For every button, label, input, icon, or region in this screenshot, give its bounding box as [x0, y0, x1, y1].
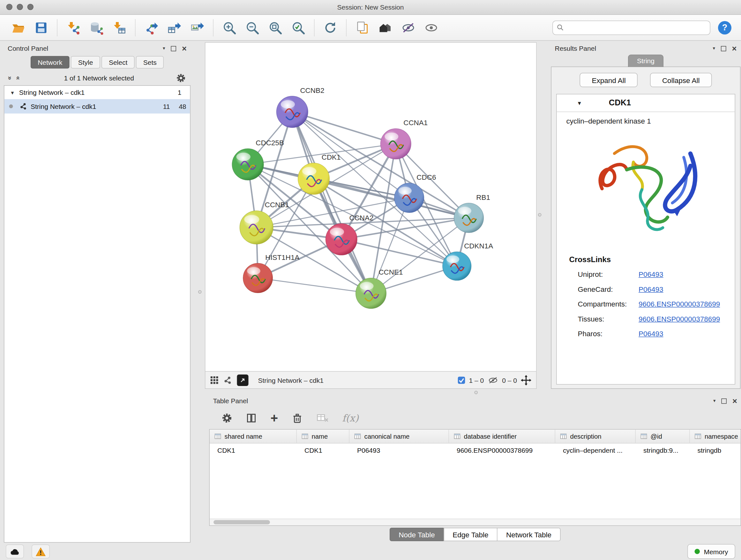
- column-header-database-identifier[interactable]: database identifier: [449, 430, 555, 443]
- network-edge[interactable]: [258, 278, 371, 294]
- close-panel-icon[interactable]: ×: [732, 397, 737, 405]
- export-table-icon[interactable]: [166, 19, 183, 36]
- tree-expand-icon[interactable]: ▼: [10, 90, 15, 95]
- tissues-link[interactable]: 9606.ENSP00000378699: [638, 315, 720, 323]
- tab-network-table[interactable]: Network Table: [497, 528, 560, 541]
- tab-select[interactable]: Select: [102, 56, 134, 69]
- column-header-namespace[interactable]: namespace: [690, 430, 741, 443]
- network-node[interactable]: CDC6: [394, 173, 436, 212]
- expand-all-button[interactable]: Expand All: [580, 73, 637, 87]
- export-network-icon[interactable]: [143, 19, 159, 36]
- column-header-description[interactable]: description: [555, 430, 636, 443]
- network-node[interactable]: RB1: [454, 193, 490, 233]
- network-collection-row[interactable]: ▼ String Network – cdk1 1: [4, 86, 190, 99]
- crosslinks-heading: CrossLinks: [557, 251, 735, 267]
- minimize-window-button[interactable]: [17, 4, 23, 10]
- zoom-out-icon[interactable]: [244, 19, 260, 36]
- network-node[interactable]: CCNB2: [276, 86, 324, 128]
- show-columns-icon[interactable]: [246, 413, 257, 424]
- save-session-icon[interactable]: [33, 19, 50, 36]
- network-node[interactable]: CDKN1A: [443, 242, 493, 280]
- network-edge[interactable]: [292, 112, 371, 293]
- search-box[interactable]: [552, 20, 711, 35]
- float-panel-icon[interactable]: [721, 46, 726, 51]
- collapse-panel-icon[interactable]: ▾: [713, 46, 716, 51]
- network-node[interactable]: CDC25B: [232, 139, 284, 180]
- network-view-toolbar: String Network – cdk1 1 – 0 0 – 0: [205, 372, 537, 389]
- column-type-icon: [560, 433, 567, 440]
- genecard-link[interactable]: P06493: [638, 285, 664, 294]
- column-header-canonical-name[interactable]: canonical name: [349, 430, 449, 443]
- close-window-button[interactable]: [6, 4, 13, 10]
- tab-style[interactable]: Style: [71, 56, 100, 69]
- collapse-card-icon[interactable]: ▼: [577, 100, 582, 106]
- copy-document-icon[interactable]: [354, 19, 370, 36]
- scrollbar-thumb[interactable]: [213, 520, 270, 524]
- show-details-icon[interactable]: [423, 19, 440, 36]
- birdseye-view-icon[interactable]: [237, 374, 249, 386]
- collapse-all-button[interactable]: Collapse All: [650, 73, 712, 87]
- network-node[interactable]: CCNA1: [381, 119, 428, 159]
- close-panel-icon[interactable]: ×: [182, 44, 187, 53]
- network-edge[interactable]: [341, 240, 457, 266]
- network-node-label: CDC25B: [256, 139, 284, 147]
- pan-crosshair-icon[interactable]: [521, 375, 531, 385]
- collapse-panel-icon[interactable]: ▾: [713, 398, 716, 403]
- hide-details-icon[interactable]: [400, 19, 416, 36]
- import-table-icon[interactable]: [111, 19, 127, 36]
- home-icon[interactable]: [377, 19, 394, 36]
- export-image-icon[interactable]: [189, 19, 205, 36]
- float-panel-icon[interactable]: [171, 46, 177, 51]
- column-header-id[interactable]: @id: [636, 430, 690, 443]
- vertical-splitter-grip[interactable]: [198, 290, 202, 294]
- import-network-file-icon[interactable]: [65, 19, 81, 36]
- column-header-name[interactable]: name: [297, 430, 349, 443]
- cloud-status-icon[interactable]: [6, 545, 24, 559]
- compartments-link[interactable]: 9606.ENSP00000378699: [638, 300, 720, 308]
- close-panel-icon[interactable]: ×: [732, 44, 737, 53]
- delete-column-trash-icon[interactable]: [291, 413, 303, 424]
- add-column-icon[interactable]: +: [271, 412, 278, 425]
- network-options-gear-icon[interactable]: [176, 73, 186, 83]
- hidden-eye-icon[interactable]: [488, 376, 498, 384]
- horizontal-scrollbar[interactable]: [210, 519, 741, 525]
- toolbar-separator: [314, 19, 315, 36]
- network-node[interactable]: HIST1H1A: [243, 253, 300, 293]
- network-view-icon[interactable]: [224, 376, 232, 384]
- memory-button[interactable]: Memory: [688, 544, 735, 559]
- selected-checkbox-icon[interactable]: [458, 376, 465, 384]
- tab-edge-table[interactable]: Edge Table: [444, 528, 497, 541]
- search-input[interactable]: [567, 23, 706, 32]
- horizontal-splitter-grip[interactable]: [475, 391, 478, 394]
- tab-network[interactable]: Network: [30, 56, 70, 69]
- uniprot-link[interactable]: P06493: [638, 270, 664, 278]
- tab-node-table[interactable]: Node Table: [390, 528, 444, 541]
- refresh-icon[interactable]: [322, 19, 339, 36]
- warning-icon[interactable]: [31, 545, 50, 559]
- network-edge[interactable]: [292, 112, 396, 144]
- network-node[interactable]: CDK1: [298, 153, 341, 194]
- vertical-splitter-grip[interactable]: [538, 213, 542, 217]
- tab-sets[interactable]: Sets: [136, 56, 164, 69]
- function-builder-icon[interactable]: f(x): [342, 413, 358, 424]
- float-panel-icon[interactable]: [722, 398, 727, 403]
- collapse-all-networks-icon[interactable]: »: [13, 76, 21, 80]
- table-row[interactable]: CDK1 CDK1 P06493 9606.ENSP00000378699 cy…: [210, 443, 741, 457]
- zoom-fit-icon[interactable]: [267, 19, 283, 36]
- open-session-icon[interactable]: [10, 19, 26, 36]
- tab-string[interactable]: String: [628, 55, 664, 67]
- column-header-shared-name[interactable]: shared name: [210, 430, 297, 443]
- collapse-panel-icon[interactable]: ▾: [163, 46, 165, 51]
- pharos-link[interactable]: P06493: [638, 329, 664, 338]
- zoom-window-button[interactable]: [27, 4, 34, 10]
- network-row-selected[interactable]: String Network – cdk1 11 48: [4, 99, 190, 114]
- grid-view-icon[interactable]: [210, 376, 219, 384]
- protein-card-header[interactable]: ▼ CDK1: [557, 95, 735, 112]
- zoom-in-icon[interactable]: [221, 19, 238, 36]
- import-network-database-icon[interactable]: [88, 19, 105, 36]
- table-settings-gear-icon[interactable]: [222, 413, 232, 423]
- help-button[interactable]: ?: [718, 21, 731, 34]
- toolbar-separator: [346, 19, 347, 36]
- zoom-selected-icon[interactable]: [290, 19, 307, 36]
- network-canvas[interactable]: CCNB2CCNA1CDC25BCDK1CDC6RB1CCNB1CCNA2CDK…: [205, 42, 537, 372]
